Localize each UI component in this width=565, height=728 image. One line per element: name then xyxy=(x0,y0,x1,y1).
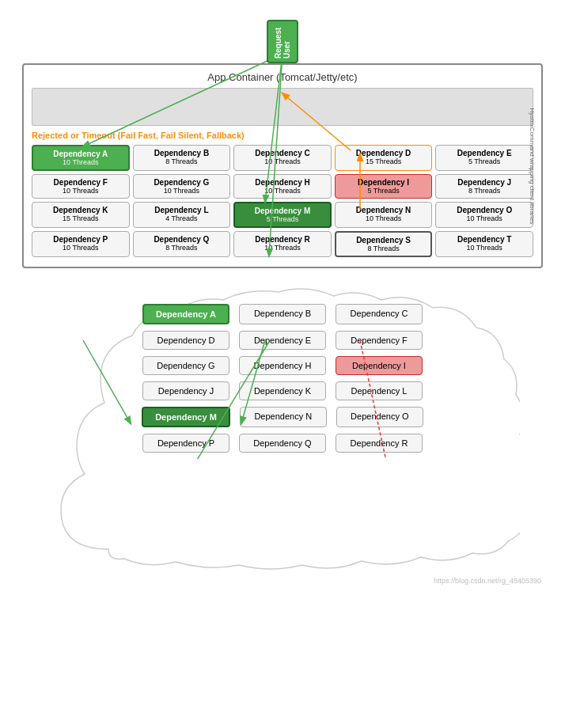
user-request-box: User Request xyxy=(267,20,298,63)
cloud-dep-p: Dependency P xyxy=(142,434,229,453)
dep-r-box: Dependency R 10 Threads xyxy=(233,231,332,257)
dep-s-box: Dependency S 8 Threads xyxy=(335,231,433,257)
dep-g-box: Dependency G 10 Threads xyxy=(133,174,231,199)
cloud-dep-c: Dependency C xyxy=(336,304,423,324)
cloud-dep-r: Dependency R xyxy=(336,434,423,453)
rejected-label: Rejected or Timeout (Fail Fast, Fail Sil… xyxy=(32,131,533,140)
dep-o-box: Dependency O 10 Threads xyxy=(435,202,533,228)
dep-t-box: Dependency T 10 Threads xyxy=(435,231,533,257)
cloud-container: Dependency A Dependency B Dependency C D… xyxy=(45,280,520,573)
dep-b-box: Dependency B 8 Threads xyxy=(133,145,231,171)
cloud-deps-content: Dependency A Dependency B Dependency C D… xyxy=(45,280,520,479)
app-container: App Container (Tomcat/Jetty/etc) Rejecte… xyxy=(22,63,543,268)
dep-d-box: Dependency D 15 Threads xyxy=(335,145,433,171)
cloud-dep-i: Dependency I xyxy=(336,356,423,375)
cloud-dep-e: Dependency E xyxy=(239,331,326,350)
cloud-row-3: Dependency G Dependency H Dependency I xyxy=(65,356,500,375)
hystrix-side-label: HystrixCommand wrapping client libraries xyxy=(529,108,536,224)
cloud-dep-h: Dependency H xyxy=(239,356,326,375)
dep-c-box: Dependency C 10 Threads xyxy=(233,145,332,171)
cloud-dep-b: Dependency B xyxy=(239,304,326,324)
cloud-section: Dependency A Dependency B Dependency C D… xyxy=(16,280,549,573)
dep-f-box: Dependency F 10 Threads xyxy=(32,174,130,199)
dep-row-1: Dependency A 10 Threads Dependency B 8 T… xyxy=(32,145,533,171)
dep-e-box: Dependency E 5 Threads xyxy=(435,145,533,171)
dep-m-box: Dependency M 5 Threads xyxy=(233,202,332,228)
dep-k-box: Dependency K 15 Threads xyxy=(32,202,130,228)
cloud-dep-l: Dependency L xyxy=(336,381,423,400)
watermark: https://blog.csdn.net/rg_45405390 xyxy=(16,577,541,585)
dep-a-box: Dependency A 10 Threads xyxy=(32,145,130,171)
dep-row-4: Dependency P 10 Threads Dependency Q 8 T… xyxy=(32,231,533,257)
dep-q-box: Dependency Q 8 Threads xyxy=(133,231,231,257)
cloud-row-4: Dependency J Dependency K Dependency L xyxy=(65,381,500,400)
cloud-dep-f: Dependency F xyxy=(336,331,423,350)
dep-j-box: Dependency J 8 Threads xyxy=(435,174,533,199)
app-container-label: App Container (Tomcat/Jetty/etc) xyxy=(32,71,533,83)
cloud-dep-a: Dependency A xyxy=(142,304,229,324)
dep-l-box: Dependency L 4 Threads xyxy=(133,202,231,228)
dep-n-box: Dependency N 10 Threads xyxy=(335,202,433,228)
dep-i-box: Dependency I 5 Threads xyxy=(335,174,433,199)
cloud-row-5: Dependency M Dependency N Dependency O xyxy=(65,407,500,427)
cloud-dep-m: Dependency M xyxy=(142,407,230,427)
cloud-dep-j: Dependency J xyxy=(142,381,229,400)
dep-row-3: Dependency K 15 Threads Dependency L 4 T… xyxy=(32,202,533,228)
cloud-dep-q: Dependency Q xyxy=(239,434,326,453)
dep-row-2: Dependency F 10 Threads Dependency G 10 … xyxy=(32,174,533,199)
cloud-dep-g: Dependency G xyxy=(142,356,229,375)
cloud-dep-n: Dependency N xyxy=(240,407,327,427)
cloud-dep-k: Dependency K xyxy=(239,381,326,400)
cloud-dep-o: Dependency O xyxy=(336,407,423,427)
cloud-dep-d: Dependency D xyxy=(142,331,229,350)
cloud-row-1: Dependency A Dependency B Dependency C xyxy=(65,304,500,324)
thread-pool-area xyxy=(32,88,533,126)
cloud-row-6: Dependency P Dependency Q Dependency R xyxy=(65,434,500,453)
cloud-row-2: Dependency D Dependency E Dependency F xyxy=(65,331,500,350)
dep-h-box: Dependency H 10 Threads xyxy=(233,174,332,199)
dep-p-box: Dependency P 10 Threads xyxy=(32,231,130,257)
